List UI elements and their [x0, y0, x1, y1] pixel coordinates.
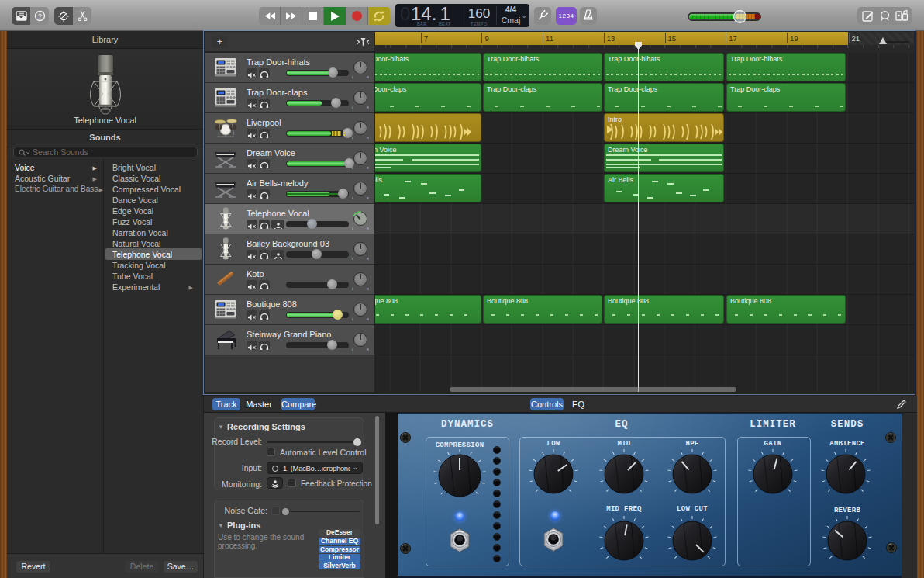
svg-text:?: ? — [37, 12, 41, 20]
